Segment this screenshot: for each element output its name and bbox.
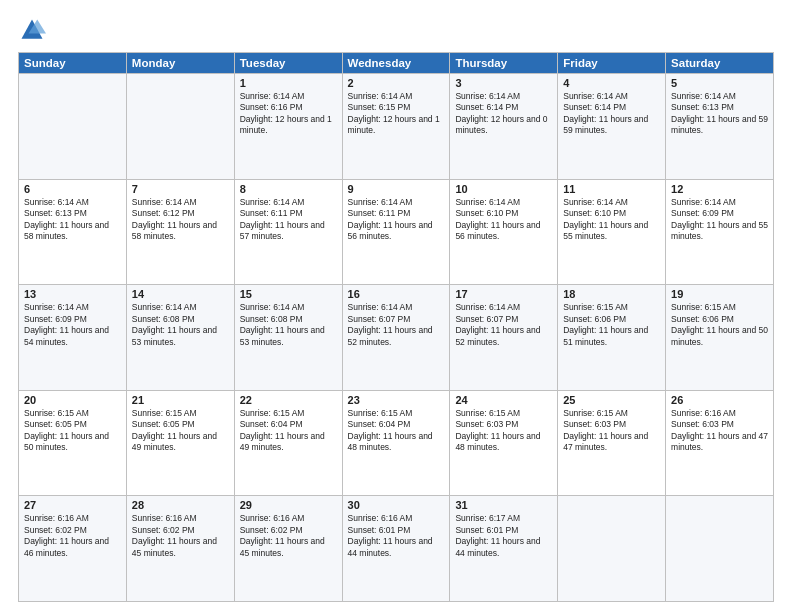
day-detail: Sunrise: 6:14 AMSunset: 6:08 PMDaylight:…: [132, 302, 229, 348]
day-number: 29: [240, 499, 337, 511]
calendar-cell: 27Sunrise: 6:16 AMSunset: 6:02 PMDayligh…: [19, 496, 127, 602]
day-number: 27: [24, 499, 121, 511]
calendar-table: SundayMondayTuesdayWednesdayThursdayFrid…: [18, 52, 774, 602]
day-number: 23: [348, 394, 445, 406]
day-detail: Sunrise: 6:14 AMSunset: 6:12 PMDaylight:…: [132, 197, 229, 243]
day-number: 24: [455, 394, 552, 406]
day-detail: Sunrise: 6:14 AMSunset: 6:07 PMDaylight:…: [455, 302, 552, 348]
day-number: 4: [563, 77, 660, 89]
day-number: 21: [132, 394, 229, 406]
logo-icon: [18, 16, 46, 44]
page: SundayMondayTuesdayWednesdayThursdayFrid…: [0, 0, 792, 612]
calendar-cell: 16Sunrise: 6:14 AMSunset: 6:07 PMDayligh…: [342, 285, 450, 391]
week-row-1: 6Sunrise: 6:14 AMSunset: 6:13 PMDaylight…: [19, 179, 774, 285]
day-number: 7: [132, 183, 229, 195]
calendar-cell: 21Sunrise: 6:15 AMSunset: 6:05 PMDayligh…: [126, 390, 234, 496]
calendar-cell: 5Sunrise: 6:14 AMSunset: 6:13 PMDaylight…: [666, 74, 774, 180]
day-detail: Sunrise: 6:14 AMSunset: 6:08 PMDaylight:…: [240, 302, 337, 348]
day-detail: Sunrise: 6:14 AMSunset: 6:13 PMDaylight:…: [671, 91, 768, 137]
calendar-cell: 31Sunrise: 6:17 AMSunset: 6:01 PMDayligh…: [450, 496, 558, 602]
day-number: 5: [671, 77, 768, 89]
day-number: 25: [563, 394, 660, 406]
header: [18, 16, 774, 44]
day-detail: Sunrise: 6:14 AMSunset: 6:10 PMDaylight:…: [563, 197, 660, 243]
calendar-cell: 25Sunrise: 6:15 AMSunset: 6:03 PMDayligh…: [558, 390, 666, 496]
day-number: 26: [671, 394, 768, 406]
day-number: 11: [563, 183, 660, 195]
logo: [18, 16, 50, 44]
calendar-cell: 24Sunrise: 6:15 AMSunset: 6:03 PMDayligh…: [450, 390, 558, 496]
day-detail: Sunrise: 6:17 AMSunset: 6:01 PMDaylight:…: [455, 513, 552, 559]
calendar-cell: 6Sunrise: 6:14 AMSunset: 6:13 PMDaylight…: [19, 179, 127, 285]
day-detail: Sunrise: 6:15 AMSunset: 6:04 PMDaylight:…: [240, 408, 337, 454]
day-detail: Sunrise: 6:15 AMSunset: 6:03 PMDaylight:…: [455, 408, 552, 454]
calendar-cell: 10Sunrise: 6:14 AMSunset: 6:10 PMDayligh…: [450, 179, 558, 285]
day-number: 12: [671, 183, 768, 195]
header-cell-thursday: Thursday: [450, 53, 558, 74]
week-row-3: 20Sunrise: 6:15 AMSunset: 6:05 PMDayligh…: [19, 390, 774, 496]
day-detail: Sunrise: 6:16 AMSunset: 6:01 PMDaylight:…: [348, 513, 445, 559]
calendar-cell: 1Sunrise: 6:14 AMSunset: 6:16 PMDaylight…: [234, 74, 342, 180]
day-detail: Sunrise: 6:14 AMSunset: 6:14 PMDaylight:…: [455, 91, 552, 137]
calendar-cell: 4Sunrise: 6:14 AMSunset: 6:14 PMDaylight…: [558, 74, 666, 180]
day-detail: Sunrise: 6:16 AMSunset: 6:02 PMDaylight:…: [132, 513, 229, 559]
day-number: 1: [240, 77, 337, 89]
calendar-cell: 2Sunrise: 6:14 AMSunset: 6:15 PMDaylight…: [342, 74, 450, 180]
day-number: 3: [455, 77, 552, 89]
header-cell-friday: Friday: [558, 53, 666, 74]
calendar-cell: 3Sunrise: 6:14 AMSunset: 6:14 PMDaylight…: [450, 74, 558, 180]
header-cell-monday: Monday: [126, 53, 234, 74]
calendar-cell: 8Sunrise: 6:14 AMSunset: 6:11 PMDaylight…: [234, 179, 342, 285]
day-number: 20: [24, 394, 121, 406]
day-number: 9: [348, 183, 445, 195]
day-detail: Sunrise: 6:15 AMSunset: 6:06 PMDaylight:…: [563, 302, 660, 348]
header-row: SundayMondayTuesdayWednesdayThursdayFrid…: [19, 53, 774, 74]
day-detail: Sunrise: 6:14 AMSunset: 6:09 PMDaylight:…: [671, 197, 768, 243]
day-detail: Sunrise: 6:16 AMSunset: 6:02 PMDaylight:…: [240, 513, 337, 559]
header-cell-wednesday: Wednesday: [342, 53, 450, 74]
calendar-cell: 29Sunrise: 6:16 AMSunset: 6:02 PMDayligh…: [234, 496, 342, 602]
calendar-cell: 22Sunrise: 6:15 AMSunset: 6:04 PMDayligh…: [234, 390, 342, 496]
calendar-cell: 26Sunrise: 6:16 AMSunset: 6:03 PMDayligh…: [666, 390, 774, 496]
calendar-cell: 12Sunrise: 6:14 AMSunset: 6:09 PMDayligh…: [666, 179, 774, 285]
day-number: 14: [132, 288, 229, 300]
day-number: 22: [240, 394, 337, 406]
calendar-cell: [666, 496, 774, 602]
day-number: 17: [455, 288, 552, 300]
day-detail: Sunrise: 6:14 AMSunset: 6:09 PMDaylight:…: [24, 302, 121, 348]
day-detail: Sunrise: 6:14 AMSunset: 6:11 PMDaylight:…: [348, 197, 445, 243]
calendar-cell: 28Sunrise: 6:16 AMSunset: 6:02 PMDayligh…: [126, 496, 234, 602]
calendar-cell: 14Sunrise: 6:14 AMSunset: 6:08 PMDayligh…: [126, 285, 234, 391]
calendar-cell: [19, 74, 127, 180]
calendar-cell: 17Sunrise: 6:14 AMSunset: 6:07 PMDayligh…: [450, 285, 558, 391]
week-row-2: 13Sunrise: 6:14 AMSunset: 6:09 PMDayligh…: [19, 285, 774, 391]
day-detail: Sunrise: 6:14 AMSunset: 6:14 PMDaylight:…: [563, 91, 660, 137]
day-detail: Sunrise: 6:14 AMSunset: 6:11 PMDaylight:…: [240, 197, 337, 243]
day-detail: Sunrise: 6:14 AMSunset: 6:16 PMDaylight:…: [240, 91, 337, 137]
day-detail: Sunrise: 6:14 AMSunset: 6:15 PMDaylight:…: [348, 91, 445, 137]
week-row-4: 27Sunrise: 6:16 AMSunset: 6:02 PMDayligh…: [19, 496, 774, 602]
calendar-cell: [558, 496, 666, 602]
calendar-cell: [126, 74, 234, 180]
day-number: 19: [671, 288, 768, 300]
day-number: 18: [563, 288, 660, 300]
day-detail: Sunrise: 6:15 AMSunset: 6:05 PMDaylight:…: [24, 408, 121, 454]
calendar-cell: 9Sunrise: 6:14 AMSunset: 6:11 PMDaylight…: [342, 179, 450, 285]
day-detail: Sunrise: 6:15 AMSunset: 6:05 PMDaylight:…: [132, 408, 229, 454]
header-cell-sunday: Sunday: [19, 53, 127, 74]
day-detail: Sunrise: 6:16 AMSunset: 6:02 PMDaylight:…: [24, 513, 121, 559]
day-detail: Sunrise: 6:14 AMSunset: 6:13 PMDaylight:…: [24, 197, 121, 243]
calendar-cell: 20Sunrise: 6:15 AMSunset: 6:05 PMDayligh…: [19, 390, 127, 496]
day-detail: Sunrise: 6:15 AMSunset: 6:04 PMDaylight:…: [348, 408, 445, 454]
day-number: 8: [240, 183, 337, 195]
day-number: 16: [348, 288, 445, 300]
calendar-cell: 7Sunrise: 6:14 AMSunset: 6:12 PMDaylight…: [126, 179, 234, 285]
day-detail: Sunrise: 6:14 AMSunset: 6:10 PMDaylight:…: [455, 197, 552, 243]
calendar-cell: 30Sunrise: 6:16 AMSunset: 6:01 PMDayligh…: [342, 496, 450, 602]
week-row-0: 1Sunrise: 6:14 AMSunset: 6:16 PMDaylight…: [19, 74, 774, 180]
day-number: 15: [240, 288, 337, 300]
day-number: 10: [455, 183, 552, 195]
calendar-cell: 11Sunrise: 6:14 AMSunset: 6:10 PMDayligh…: [558, 179, 666, 285]
day-detail: Sunrise: 6:16 AMSunset: 6:03 PMDaylight:…: [671, 408, 768, 454]
header-cell-tuesday: Tuesday: [234, 53, 342, 74]
